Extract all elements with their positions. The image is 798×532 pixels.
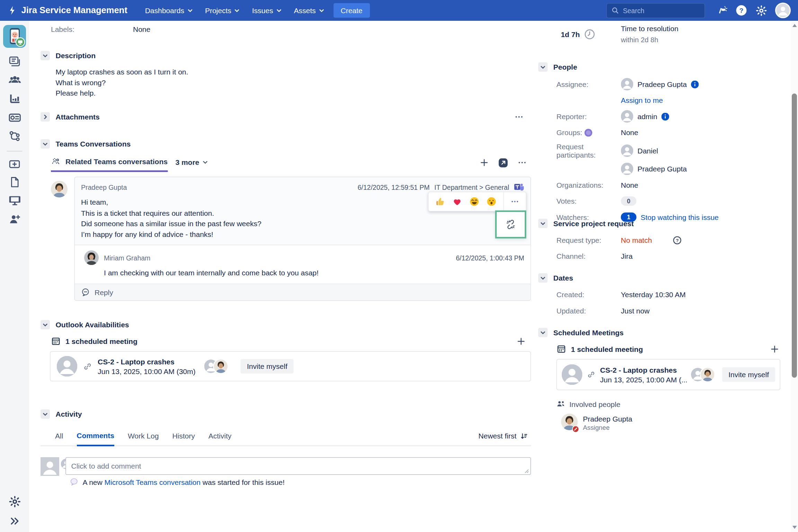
scheduled-meetings-title: Scheduled Meetings xyxy=(553,328,624,337)
add-scheduled-meeting-icon[interactable] xyxy=(770,344,779,354)
people-section: People Assignee: Pradeep Gupta xyxy=(538,62,780,223)
scrollbar-thumb[interactable] xyxy=(792,94,797,378)
labels-value[interactable]: None xyxy=(133,25,150,33)
collapse-service-request-button[interactable] xyxy=(538,219,548,228)
announcement-icon[interactable] xyxy=(716,5,727,16)
invite-myself-button[interactable]: Invite myself xyxy=(241,359,294,374)
comment-input[interactable]: Click to add comment xyxy=(65,457,531,475)
sort-order-button[interactable]: Newest first xyxy=(478,432,531,445)
settings-icon[interactable] xyxy=(755,5,768,17)
project-avatar[interactable] xyxy=(3,25,26,48)
app-logo[interactable]: Jira Service Management xyxy=(7,5,127,16)
svg-text:?: ? xyxy=(739,7,743,14)
collapse-people-button[interactable] xyxy=(538,62,548,72)
unlink-conversation-button[interactable] xyxy=(495,211,526,239)
settings-gear-icon[interactable] xyxy=(8,495,21,508)
message-author[interactable]: Pradeep Gupta xyxy=(81,183,127,191)
vertical-scrollbar[interactable] xyxy=(791,21,798,532)
scroll-up-icon[interactable] xyxy=(791,22,798,29)
tab-work-log[interactable]: Work Log xyxy=(128,432,159,445)
sla-title[interactable]: Time to resolution xyxy=(621,25,679,33)
menu-projects[interactable]: Projects xyxy=(205,6,240,15)
sla-field: 1d 7h Time to resolution within 2d 8h xyxy=(538,25,780,44)
service-request-title: Service project request xyxy=(553,219,634,228)
meeting-card[interactable]: CS-2 - Laptop crashes Jun 13, 2025, 10:0… xyxy=(50,351,531,381)
reply-author[interactable]: Miriam Graham xyxy=(104,254,150,262)
reaction-more-icon[interactable] xyxy=(504,197,526,206)
assignee-name[interactable]: Pradeep Gupta xyxy=(638,80,687,88)
link-icon[interactable] xyxy=(83,362,92,371)
expand-sidebar-icon[interactable] xyxy=(9,515,20,527)
reply-timestamp: 6/12/2025, 1:00:43 PM xyxy=(456,254,524,262)
resize-handle-icon[interactable] xyxy=(524,469,529,473)
document-icon[interactable] xyxy=(8,176,21,189)
meeting-title[interactable]: CS-2 - Laptop crashes xyxy=(600,365,683,374)
message-channel[interactable]: IT Department > General xyxy=(434,183,509,191)
chevron-down-icon xyxy=(234,9,240,12)
menu-assets[interactable]: Assets xyxy=(294,6,324,15)
involved-person-name[interactable]: Pradeep Gupta xyxy=(583,414,632,423)
collapse-activity-button[interactable] xyxy=(41,409,50,419)
reply-button[interactable]: Reply xyxy=(75,284,531,300)
participant-name[interactable]: Daniel xyxy=(638,147,658,155)
add-shortcut-icon[interactable] xyxy=(8,158,21,171)
current-user-avatar xyxy=(41,457,59,476)
meeting-title[interactable]: CS-2 - Laptop crashes xyxy=(98,357,196,365)
channels-icon[interactable] xyxy=(8,111,22,125)
teams-reply-message: Miriam Graham 6/12/2025, 1:00:43 PM I am… xyxy=(75,245,531,284)
sla-goal: within 2d 8h xyxy=(621,36,679,44)
question-icon[interactable]: ? xyxy=(673,236,682,245)
tab-related-teams-conversations[interactable]: Related Teams conversations xyxy=(51,157,168,172)
scroll-down-icon[interactable] xyxy=(791,524,798,531)
more-conversations-dropdown[interactable]: 3 more xyxy=(175,158,207,170)
tab-activity[interactable]: Activity xyxy=(209,432,232,445)
reporter-name[interactable]: admin xyxy=(638,112,657,121)
hierarchy-icon[interactable] xyxy=(8,130,21,143)
surprised-reaction[interactable] xyxy=(486,196,497,207)
participant-name[interactable]: Pradeep Gupta xyxy=(638,165,687,173)
conversation-more-icon[interactable] xyxy=(517,158,527,167)
info-icon[interactable] xyxy=(691,80,699,88)
add-person-icon[interactable] xyxy=(8,212,22,226)
collapse-teams-button[interactable] xyxy=(41,139,50,149)
customers-icon[interactable] xyxy=(8,73,22,88)
invite-myself-button[interactable]: Invite myself xyxy=(722,367,775,382)
collapse-meetings-button[interactable] xyxy=(538,328,548,337)
attachments-section: Attachments xyxy=(41,112,531,122)
tab-history[interactable]: History xyxy=(172,432,195,445)
help-icon[interactable]: ? xyxy=(735,4,748,17)
collapse-outlook-button[interactable] xyxy=(41,320,50,329)
info-icon[interactable] xyxy=(662,113,670,121)
add-conversation-icon[interactable] xyxy=(480,158,489,167)
collapse-dates-button[interactable] xyxy=(538,273,548,283)
expand-attachments-button[interactable] xyxy=(41,112,50,122)
teams-conversation-link[interactable]: Microsoft Teams conversation xyxy=(105,478,201,486)
attachments-more-icon[interactable] xyxy=(514,112,524,122)
heart-reaction[interactable] xyxy=(452,196,462,207)
scheduled-meeting-card[interactable]: CS-2 - Laptop crashes Jun 13, 2025, 10:0… xyxy=(557,359,781,390)
menu-issues[interactable]: Issues xyxy=(252,6,282,15)
open-in-teams-icon[interactable] xyxy=(498,157,509,168)
created-value: Yesterday 10:30 AM xyxy=(621,291,686,299)
laughing-reaction[interactable] xyxy=(469,196,480,207)
monitor-icon[interactable] xyxy=(8,193,22,207)
description-line: My laptop crashes as soon as I turn it o… xyxy=(56,66,531,77)
tab-all[interactable]: All xyxy=(55,432,63,445)
search-input[interactable]: Search xyxy=(606,3,705,18)
status-blocked-icon xyxy=(572,426,579,433)
create-button[interactable]: Create xyxy=(334,3,370,18)
collapse-description-button[interactable] xyxy=(41,51,50,60)
link-icon[interactable] xyxy=(587,371,595,379)
teams-conversations-section: Teams Conversations Related Teams conver… xyxy=(41,139,531,301)
queues-icon[interactable] xyxy=(8,55,21,69)
votes-count[interactable]: 0 xyxy=(621,196,637,206)
participant-avatar xyxy=(621,144,633,157)
tab-comments[interactable]: Comments xyxy=(77,431,114,446)
assign-to-me-link[interactable]: Assign to me xyxy=(621,96,663,105)
reports-icon[interactable] xyxy=(8,92,22,106)
thumbs-up-reaction[interactable] xyxy=(435,196,445,207)
add-meeting-icon[interactable] xyxy=(516,336,526,346)
menu-dashboards[interactable]: Dashboards xyxy=(145,6,193,15)
conversation-thread: Pradeep Gupta 6/12/2025, 12:59:51 PM IT … xyxy=(41,177,531,301)
user-avatar[interactable] xyxy=(775,3,791,18)
